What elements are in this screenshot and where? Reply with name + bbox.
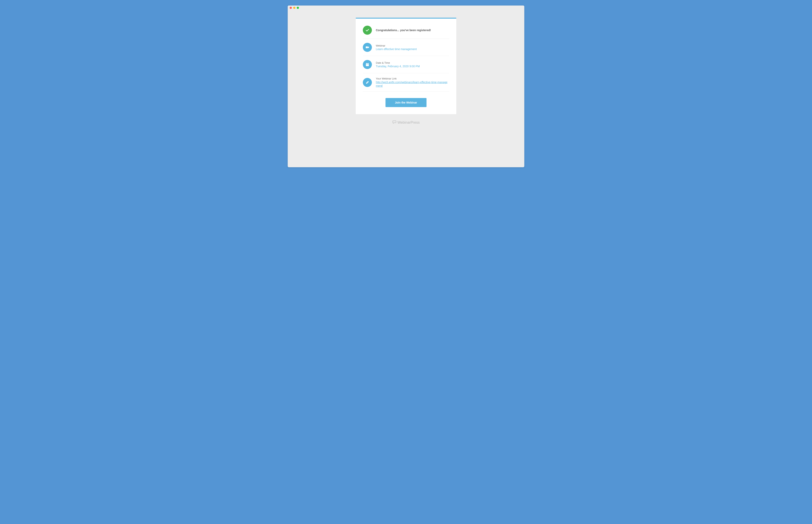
- datetime-row: Date & Time Tuesday, February 4, 2020 9:…: [363, 56, 449, 73]
- success-headline: Congratulations... you've been registere…: [376, 29, 449, 32]
- svg-rect-5: [366, 64, 369, 64]
- link-label: Your Webinar Link: [376, 77, 449, 80]
- comment-icon: [393, 120, 396, 125]
- maximize-icon[interactable]: [297, 7, 299, 9]
- webinar-title-link[interactable]: Learn effective time management: [376, 48, 449, 51]
- link-icon: [363, 78, 372, 87]
- join-webinar-button[interactable]: Join the Webinar: [385, 98, 427, 107]
- webinar-url-link[interactable]: http://wp3.antfx.com/webinars/learn-effe…: [376, 81, 447, 87]
- browser-window: Congratulations... you've been registere…: [288, 5, 524, 167]
- footer-brand: WebinarPress: [393, 120, 420, 125]
- checkmark-icon: [363, 26, 372, 35]
- minimize-icon[interactable]: [293, 7, 295, 9]
- video-camera-icon: [363, 43, 372, 52]
- link-row: Your Webinar Link http://wp3.antfx.com/w…: [363, 73, 449, 92]
- calendar-icon: [363, 60, 372, 69]
- confirmation-card: Congratulations... you've been registere…: [356, 18, 456, 114]
- svg-rect-3: [366, 63, 367, 64]
- datetime-value: Tuesday, February 4, 2020 9:00 PM: [376, 65, 449, 68]
- page-viewport: Congratulations... you've been registere…: [288, 10, 524, 137]
- button-container: Join the Webinar: [363, 98, 449, 107]
- close-icon[interactable]: [290, 7, 292, 9]
- datetime-label: Date & Time: [376, 61, 449, 64]
- window-title-bar: [288, 5, 524, 10]
- success-row: Congratulations... you've been registere…: [363, 18, 449, 39]
- brand-name: WebinarPress: [398, 120, 420, 125]
- webinar-label: Webinar: [376, 44, 449, 47]
- svg-rect-4: [368, 63, 368, 64]
- webinar-row: Webinar Learn effective time management: [363, 39, 449, 56]
- svg-rect-0: [366, 46, 368, 48]
